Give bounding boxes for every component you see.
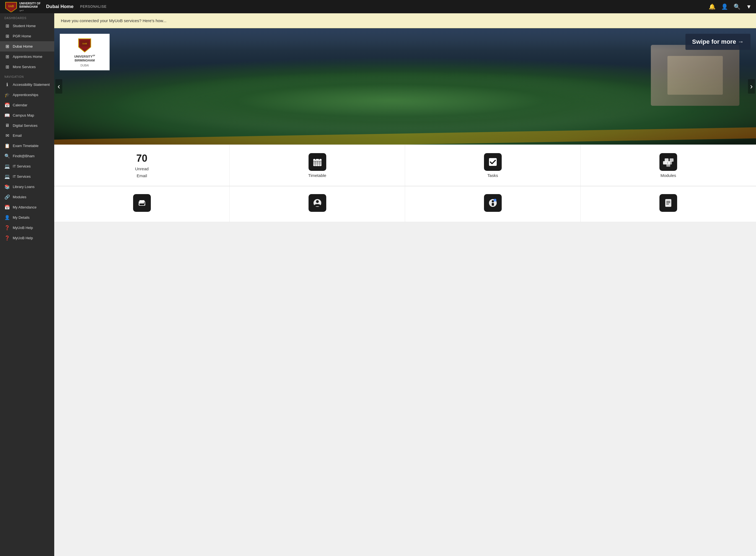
email-unread-count: 70 [136, 152, 147, 164]
email-widget-label: Email [137, 173, 147, 178]
top-navigation: UoB UNIVERSITY OF BIRMINGHAM دبي Dubai H… [0, 0, 756, 13]
carousel-previous-button[interactable]: ‹ [55, 79, 62, 94]
sidebar-item-findit-bham[interactable]: 🔍 Findit@Bham [0, 151, 54, 161]
sidebar-label-it-services-1: IT Services [13, 164, 50, 168]
sidebar-item-digital-services[interactable]: 🖥 Digital Services [0, 120, 54, 130]
tasks-widget[interactable]: Tasks [405, 145, 580, 186]
modules-nav-icon: 🔗 [4, 195, 10, 200]
svg-text:UoB: UoB [8, 5, 14, 8]
graduation-icon: 🎓 [4, 92, 10, 98]
svg-text:UoB: UoB [82, 42, 87, 45]
person-circle-icon [312, 198, 323, 208]
topnav-icon-group: 🔔 👤 🔍 ▼ [709, 3, 752, 10]
page-title: Dubai Home [46, 4, 74, 9]
calendar-icon: 📅 [4, 102, 10, 108]
info-person-icon: i [488, 198, 498, 208]
svg-rect-20 [665, 159, 669, 162]
sidebar-label-it-services-2: IT Services [13, 174, 50, 179]
notification-icon[interactable]: 🔔 [709, 3, 716, 10]
search-nav-icon: 🔍 [4, 153, 10, 159]
email-widget[interactable]: 70 Unread Email [54, 145, 230, 186]
sidebar-label-more-services: More Services [13, 65, 50, 69]
widget-r2-3-icon-box: i [484, 194, 502, 212]
sidebar-item-student-home[interactable]: ⊞ Student Home [0, 21, 54, 31]
laptop-icon-2: 💻 [4, 174, 10, 179]
tasks-checkmark-icon [488, 157, 498, 167]
sidebar-label-campus-map: Campus Map [13, 113, 50, 117]
help-icon-2: ❓ [4, 235, 10, 241]
sidebar-label-apprenticeships: Apprenticeships [13, 93, 50, 97]
widget-row2-4[interactable] [580, 186, 756, 222]
sidebar-item-modules[interactable]: 🔗 Modules [0, 192, 54, 202]
sidebar-item-accessibility-statement[interactable]: ℹ Accessibility Statement [0, 79, 54, 90]
widget-row2-2[interactable] [230, 186, 405, 222]
carousel-next-button[interactable]: › [748, 79, 755, 94]
monitor-icon: 🖥 [4, 123, 10, 128]
sidebar-item-more-services[interactable]: ⊞ More Services [0, 62, 54, 72]
hero-carousel: UoB UNIVERSITYOFBIRMINGHAM DUBAI Swipe f… [54, 28, 756, 144]
carousel-university-text: UNIVERSITYOFBIRMINGHAM [74, 54, 95, 62]
sidebar-item-exam-timetable[interactable]: 📋 Exam Timetable [0, 141, 54, 151]
attendance-icon: 📅 [4, 205, 10, 210]
search-icon[interactable]: 🔍 [733, 3, 741, 10]
sidebar-label-exam-timetable: Exam Timetable [13, 144, 50, 148]
sidebar-label-my-details: My Details [13, 215, 50, 219]
widget-r2-2-icon-box [308, 194, 326, 212]
sidebar-item-my-details[interactable]: 👤 My Details [0, 212, 54, 222]
sidebar-item-apprentices-home[interactable]: ⊞ Apprentices Home [0, 51, 54, 62]
timetable-widget[interactable]: Timetable [230, 145, 405, 186]
help-icon-1: ❓ [4, 225, 10, 230]
swipe-text: Swipe for more → [692, 38, 744, 45]
sidebar-label-email: Email [13, 134, 50, 138]
sidebar-label-myuob-help-2: MyUoB Help [13, 236, 50, 240]
sidebar-item-library-loans[interactable]: 📚 Library Loans [0, 182, 54, 192]
widget-row2-3[interactable]: i [405, 186, 580, 222]
sidebar-item-myuob-help-1[interactable]: ❓ MyUoB Help [0, 222, 54, 233]
user-icon[interactable]: 👤 [721, 3, 728, 10]
sidebar-label-dubai-home: Dubai Home [13, 44, 50, 48]
swipe-more-button[interactable]: Swipe for more → [685, 34, 751, 50]
home-icon-5: ⊞ [4, 64, 10, 69]
timetable-icon-box [308, 153, 326, 171]
navigation-section-label: NAVIGATION [0, 72, 54, 79]
books-icon: 📚 [4, 184, 10, 189]
widgets-row-1: 70 Unread Email [54, 144, 756, 186]
sidebar-item-email[interactable]: ✉ Email [0, 130, 54, 141]
widgets-row-2: i [54, 186, 756, 222]
home-icon-4: ⊞ [4, 54, 10, 59]
sidebar-label-myuob-help-1: MyUoB Help [13, 226, 50, 230]
map-icon: 📖 [4, 113, 10, 118]
sidebar-item-dubai-home[interactable]: ⊞ Dubai Home [0, 41, 54, 51]
sidebar-item-it-services-2[interactable]: 💻 IT Services [0, 171, 54, 182]
carousel-logo-box: UoB UNIVERSITYOFBIRMINGHAM DUBAI [60, 34, 110, 70]
sidebar-item-my-attendance[interactable]: 📅 My Attendance [0, 202, 54, 212]
banner-text: Have you connected your MyUoB services? … [61, 18, 166, 23]
modules-icon-box [659, 153, 677, 171]
laptop-icon-1: 💻 [4, 164, 10, 169]
widget-r2-4-icon-box [659, 194, 677, 212]
timetable-icon: 📋 [4, 143, 10, 148]
filter-icon[interactable]: ▼ [746, 4, 752, 10]
sidebar-label-my-attendance: My Attendance [13, 205, 50, 209]
sidebar-item-apprenticeships[interactable]: 🎓 Apprenticeships [0, 90, 54, 100]
modules-widget[interactable]: Modules [580, 145, 756, 186]
svg-text:i: i [495, 200, 495, 202]
personalise-button[interactable]: PERSONALISE [80, 5, 107, 9]
sidebar-item-myuob-help-2[interactable]: ❓ MyUoB Help [0, 233, 54, 243]
svg-rect-23 [666, 164, 670, 167]
dashboards-section-label: DASHBOARDS [0, 13, 54, 21]
sidebar-label-pgr-home: PGR Home [13, 34, 50, 38]
printer-icon [137, 198, 147, 208]
timetable-calendar-icon [312, 157, 323, 167]
svg-rect-32 [492, 203, 494, 206]
sidebar-item-it-services-1[interactable]: 💻 IT Services [0, 161, 54, 171]
widget-row2-1[interactable] [54, 186, 230, 222]
sky-gradient [54, 28, 756, 50]
sidebar-item-campus-map[interactable]: 📖 Campus Map [0, 110, 54, 120]
info-icon: ℹ [4, 82, 10, 87]
home-icon-3: ⊞ [4, 44, 10, 49]
svg-rect-26 [140, 204, 145, 205]
sidebar-item-pgr-home[interactable]: ⊞ PGR Home [0, 31, 54, 41]
sidebar-item-calendar[interactable]: 📅 Calendar [0, 100, 54, 110]
banner-notice: Have you connected your MyUoB services? … [54, 13, 756, 28]
